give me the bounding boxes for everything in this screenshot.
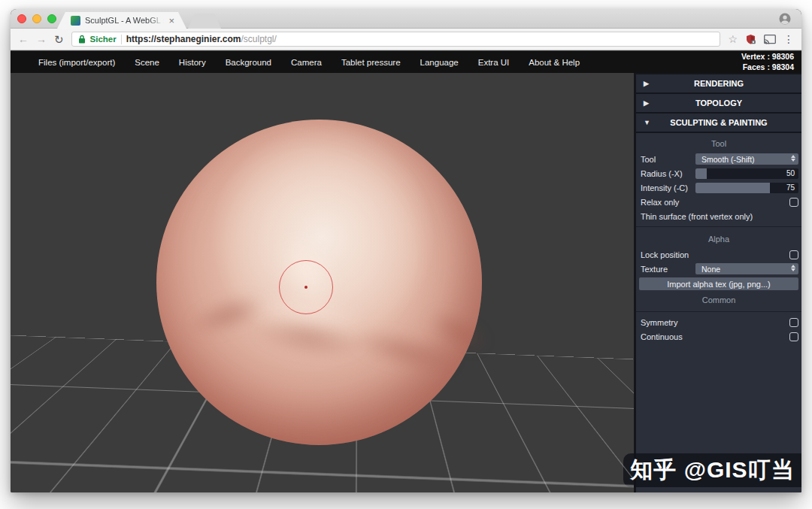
viewport-3d[interactable]	[11, 73, 634, 492]
thin-surface-row: Thin surface (front vertex only)	[636, 209, 801, 223]
common-section-header: Common	[636, 291, 801, 308]
bookmark-star-icon[interactable]: ☆	[728, 34, 738, 44]
relax-only-row: Relax only	[636, 195, 801, 209]
omnibox-divider	[121, 35, 122, 44]
tool-row: Tool Smooth (-Shift)	[636, 152, 801, 166]
radius-value: 50	[786, 168, 795, 179]
browser-menu-icon[interactable]: ⋮	[783, 33, 794, 45]
expand-arrow-icon: ▼	[644, 119, 650, 126]
right-sidebar: ▶ RENDERING ▶ TOPOLOGY ▼ SCULPTING & PAI…	[634, 73, 801, 492]
forward-button[interactable]: →	[36, 34, 47, 44]
symmetry-label: Symmetry	[641, 318, 695, 327]
continuous-label: Continuous	[641, 332, 695, 341]
menu-tablet-pressure[interactable]: Tablet pressure	[332, 58, 411, 67]
menu-camera[interactable]: Camera	[281, 58, 332, 67]
back-button[interactable]: ←	[18, 34, 29, 44]
radius-row: Radius (-X) 50	[636, 166, 801, 180]
traffic-lights	[17, 14, 56, 23]
lock-position-label: Lock position	[641, 250, 695, 259]
new-tab-button[interactable]	[188, 14, 221, 29]
radius-label: Radius (-X)	[641, 169, 695, 178]
menu-history[interactable]: History	[169, 58, 216, 67]
watermark: 知乎 @GIS叮当	[623, 453, 801, 487]
panel-topology-label: TOPOLOGY	[695, 98, 742, 108]
intensity-value: 75	[786, 183, 795, 193]
lock-position-checkbox[interactable]	[789, 250, 798, 259]
browser-toolbar: ← → ↻ Sicher https://stephaneginier.com/…	[11, 29, 801, 50]
browser-window: SculptGL - A WebGL sculpting × ← → ↻ Sic…	[11, 9, 801, 492]
symmetry-checkbox[interactable]	[789, 318, 798, 327]
tool-select[interactable]: Smooth (-Shift)	[695, 153, 798, 165]
section-divider	[636, 226, 801, 227]
secure-label: Sicher	[90, 35, 117, 44]
titlebar: SculptGL - A WebGL sculpting ×	[11, 9, 801, 29]
relax-only-checkbox[interactable]	[789, 198, 798, 207]
secure-lock-icon	[78, 35, 86, 44]
texture-select[interactable]: None	[695, 263, 798, 274]
alpha-section-header: Alpha	[636, 230, 801, 247]
tool-select-value: Smooth (-Shift)	[701, 155, 755, 164]
tab-title: SculptGL - A WebGL sculpting	[85, 16, 164, 25]
panel-rendering-label: RENDERING	[694, 79, 744, 88]
stepper-icon	[791, 265, 795, 271]
panel-rendering[interactable]: ▶ RENDERING	[636, 74, 801, 92]
intensity-row: Intensity (-C) 75	[636, 180, 801, 195]
sculptgl-app: Files (import/export) Scene History Back…	[11, 51, 801, 492]
panel-topology[interactable]: ▶ TOPOLOGY	[636, 94, 801, 112]
panel-sculpting-label: SCULPTING & PAINTING	[670, 118, 767, 127]
browser-tab[interactable]: SculptGL - A WebGL sculpting ×	[57, 12, 186, 29]
section-divider	[636, 311, 801, 312]
panel-sculpting-painting[interactable]: ▼ SCULPTING & PAINTING	[636, 114, 801, 132]
brush-cursor-circle	[279, 260, 333, 314]
menu-files[interactable]: Files (import/export)	[29, 58, 125, 67]
url-text: https://stephaneginier.com/sculptgl/	[126, 34, 277, 44]
import-alpha-button[interactable]: Import alpha tex (jpg, png...)	[639, 277, 798, 290]
mesh-stats: Vertex : 98306 Faces : 98304	[741, 52, 794, 72]
continuous-checkbox[interactable]	[789, 332, 798, 341]
menu-extra-ui[interactable]: Extra UI	[468, 58, 520, 67]
reload-button[interactable]: ↻	[54, 34, 64, 45]
address-bar[interactable]: Sicher https://stephaneginier.com/sculpt…	[71, 32, 721, 47]
profile-icon[interactable]	[779, 13, 791, 25]
sculptgl-favicon-icon	[71, 16, 80, 26]
continuous-row: Continuous	[636, 329, 801, 344]
radius-slider-fill	[695, 168, 707, 179]
thin-surface-label: Thin surface (front vertex only)	[641, 212, 753, 221]
tool-label: Tool	[641, 155, 695, 164]
url-host: https://stephaneginier.com	[126, 34, 241, 44]
menu-background[interactable]: Background	[216, 58, 281, 67]
collapse-arrow-icon: ▶	[644, 80, 649, 87]
tool-section-header: Tool	[636, 135, 801, 152]
stepper-icon	[791, 155, 795, 162]
minimize-window-button[interactable]	[32, 14, 41, 23]
symmetry-row: Symmetry	[636, 315, 801, 329]
app-menubar: Files (import/export) Scene History Back…	[11, 51, 801, 73]
app-content: ▶ RENDERING ▶ TOPOLOGY ▼ SCULPTING & PAI…	[11, 73, 801, 492]
texture-select-value: None	[701, 265, 720, 274]
tab-close-icon[interactable]: ×	[168, 16, 174, 26]
menu-scene[interactable]: Scene	[125, 58, 169, 67]
lock-position-row: Lock position	[636, 247, 801, 262]
close-window-button[interactable]	[17, 14, 26, 23]
extension-shield-icon[interactable]	[745, 34, 756, 45]
cast-icon[interactable]	[764, 35, 776, 44]
intensity-label: Intensity (-C)	[641, 183, 695, 192]
menu-about-help[interactable]: About & Help	[519, 58, 589, 67]
fullscreen-window-button[interactable]	[47, 14, 56, 23]
sculpting-panel-body: Tool Tool Smooth (-Shift) Radius (-X)	[636, 133, 801, 492]
collapse-arrow-icon: ▶	[644, 99, 649, 107]
radius-slider[interactable]: 50	[695, 168, 798, 179]
intensity-slider[interactable]: 75	[695, 183, 798, 193]
texture-label: Texture	[641, 265, 695, 274]
menu-language[interactable]: Language	[411, 58, 468, 67]
texture-row: Texture None	[636, 262, 801, 276]
intensity-slider-fill	[695, 183, 770, 193]
relax-only-label: Relax only	[641, 198, 695, 207]
vertex-count: Vertex : 98306	[741, 52, 794, 62]
faces-count: Faces : 98304	[741, 62, 794, 73]
url-path: /sculptgl/	[241, 34, 276, 44]
